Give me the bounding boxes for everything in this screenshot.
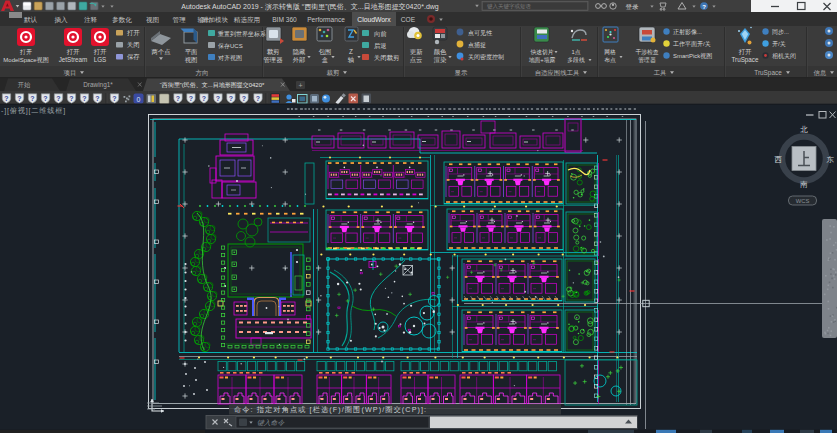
svg-text:SmartPick视图: SmartPick视图 — [673, 52, 712, 60]
svg-text:精选应用: 精选应用 — [234, 16, 260, 24]
svg-text:关闭密度控制: 关闭密度控制 — [468, 53, 504, 61]
svg-text:命令: 指定对角点或 [栏选(F)/圈围(WP)/圈交(CP: 命令: 指定对角点或 [栏选(F)/圈围(WP)/圈交(CP)]: — [234, 405, 427, 414]
svg-text:键入命令: 键入命令 — [257, 419, 285, 427]
svg-text:盒: 盒 — [322, 56, 329, 64]
svg-text:方向: 方向 — [196, 69, 209, 77]
svg-text:JetStream: JetStream — [59, 56, 88, 63]
svg-text:LGS: LGS — [94, 56, 107, 63]
svg-text:东: 东 — [826, 155, 834, 164]
svg-text:管理器: 管理器 — [264, 56, 284, 64]
svg-text:点捕捉: 点捕捉 — [468, 41, 486, 49]
svg-text:同步...: 同步... — [772, 29, 789, 35]
svg-text:?: ? — [112, 95, 116, 102]
svg-text:?: ? — [43, 95, 47, 102]
svg-text:打开: 打开 — [738, 48, 752, 56]
svg-text:隐藏: 隐藏 — [293, 48, 306, 56]
svg-text:网格: 网格 — [604, 49, 616, 56]
svg-text:渲染: 渲染 — [434, 56, 447, 64]
svg-text:?: ? — [4, 95, 8, 102]
svg-text:对齐视图: 对齐视图 — [218, 54, 242, 62]
svg-text:打开: 打开 — [126, 29, 140, 37]
svg-text:参数化: 参数化 — [112, 16, 132, 24]
svg-text:管理器: 管理器 — [638, 56, 656, 64]
svg-text:?: ? — [256, 95, 260, 102]
svg-text:管理: 管理 — [172, 16, 186, 24]
svg-text:保存UCS: 保存UCS — [218, 43, 243, 49]
svg-text:?: ? — [56, 95, 60, 102]
svg-text:西: 西 — [774, 155, 782, 164]
svg-text:平面: 平面 — [185, 48, 198, 56]
svg-text:?: ? — [17, 95, 21, 102]
svg-text:COE: COE — [401, 16, 416, 23]
svg-text:附加模块: 附加模块 — [202, 16, 229, 24]
svg-text:项目: 项目 — [64, 69, 77, 77]
svg-text:更新: 更新 — [410, 48, 423, 55]
svg-text:?: ? — [242, 95, 246, 102]
svg-text:视图: 视图 — [185, 56, 198, 64]
svg-text:布点: 布点 — [604, 57, 616, 63]
svg-text:?: ? — [702, 4, 706, 10]
svg-text:保存: 保存 — [127, 53, 140, 60]
svg-text:?: ? — [216, 95, 220, 102]
svg-text:自适应围线工具: 自适应围线工具 — [535, 69, 580, 77]
svg-text:?: ? — [82, 95, 86, 102]
svg-text:干涉检查: 干涉检查 — [635, 48, 658, 56]
svg-text:点可见性: 点可见性 — [468, 30, 493, 36]
svg-text:南: 南 — [799, 180, 808, 189]
svg-text:多段线: 多段线 — [567, 57, 585, 63]
svg-text:外部: 外部 — [293, 56, 306, 64]
svg-text:Drawing1*: Drawing1* — [83, 81, 113, 89]
svg-text:工具: 工具 — [654, 69, 667, 76]
svg-text:?: ? — [202, 95, 206, 102]
svg-text:Performance: Performance — [307, 16, 345, 23]
svg-text:打开: 打开 — [66, 48, 80, 56]
svg-text:点云: 点云 — [410, 56, 423, 64]
svg-text:?: ? — [30, 95, 34, 102]
svg-text:CloudWorx: CloudWorx — [357, 16, 391, 23]
svg-text:后退: 后退 — [374, 42, 387, 50]
svg-text:注释: 注释 — [84, 16, 98, 23]
svg-text:TruSpace: TruSpace — [731, 56, 759, 64]
svg-text:?: ? — [176, 95, 180, 102]
svg-text:包围: 包围 — [319, 48, 332, 56]
svg-text:打开: 打开 — [19, 49, 32, 56]
svg-text:“西街里”(民俗、文...目地形图提交0420*: “西街里”(民俗、文...目地形图提交0420* — [160, 81, 265, 89]
svg-text:Z: Z — [349, 48, 353, 55]
svg-text:?: ? — [69, 95, 73, 102]
svg-text:正射影像...: 正射影像... — [673, 28, 702, 35]
svg-text:-][俯视][二维线框]: -][俯视][二维线框] — [1, 106, 66, 115]
svg-text:0: 0 — [137, 96, 141, 103]
svg-text:视图: 视图 — [146, 16, 159, 24]
svg-text:键入关键字或短语: 键入关键字或短语 — [487, 3, 532, 10]
svg-text:关闭裁剪: 关闭裁剪 — [374, 54, 400, 62]
svg-text:?: ? — [189, 95, 193, 102]
svg-text:插入: 插入 — [54, 16, 68, 24]
svg-text:默认: 默认 — [23, 16, 38, 23]
svg-text:WCS: WCS — [796, 198, 810, 204]
svg-text:颜色: 颜色 — [434, 48, 447, 55]
svg-text:向前: 向前 — [374, 30, 387, 38]
svg-text:1点: 1点 — [571, 49, 580, 55]
svg-text:BIM 360: BIM 360 — [272, 16, 297, 23]
svg-text:ModelSpace视图: ModelSpace视图 — [3, 56, 48, 64]
svg-text:轴: 轴 — [348, 56, 354, 64]
svg-text:TruSpace: TruSpace — [754, 69, 782, 77]
svg-text:?: ? — [229, 95, 233, 102]
svg-text:裁剪: 裁剪 — [267, 48, 280, 56]
svg-text:两个点: 两个点 — [152, 48, 171, 56]
svg-text:北: 北 — [800, 125, 808, 134]
svg-text:开始: 开始 — [18, 81, 31, 89]
svg-text:登录: 登录 — [626, 3, 639, 10]
svg-text:重置到世界坐标系: 重置到世界坐标系 — [217, 30, 266, 38]
svg-text:信息: 信息 — [814, 69, 827, 77]
svg-text:裁剪: 裁剪 — [327, 69, 340, 77]
svg-text:打开: 打开 — [93, 48, 107, 56]
svg-text:Autodesk AutoCAD 2019 - 演示转售版: Autodesk AutoCAD 2019 - 演示转售版 “西街里”(民俗、文… — [181, 2, 439, 11]
svg-text:开/关: 开/关 — [772, 40, 786, 47]
svg-text:工作平面开/关: 工作平面开/关 — [673, 40, 711, 48]
svg-text:显示: 显示 — [455, 69, 468, 77]
svg-text:相机关闭: 相机关闭 — [772, 52, 796, 60]
svg-text:关闭: 关闭 — [127, 41, 140, 49]
svg-text:+: + — [298, 82, 302, 89]
svg-text:快速切片: 快速切片 — [529, 49, 553, 56]
